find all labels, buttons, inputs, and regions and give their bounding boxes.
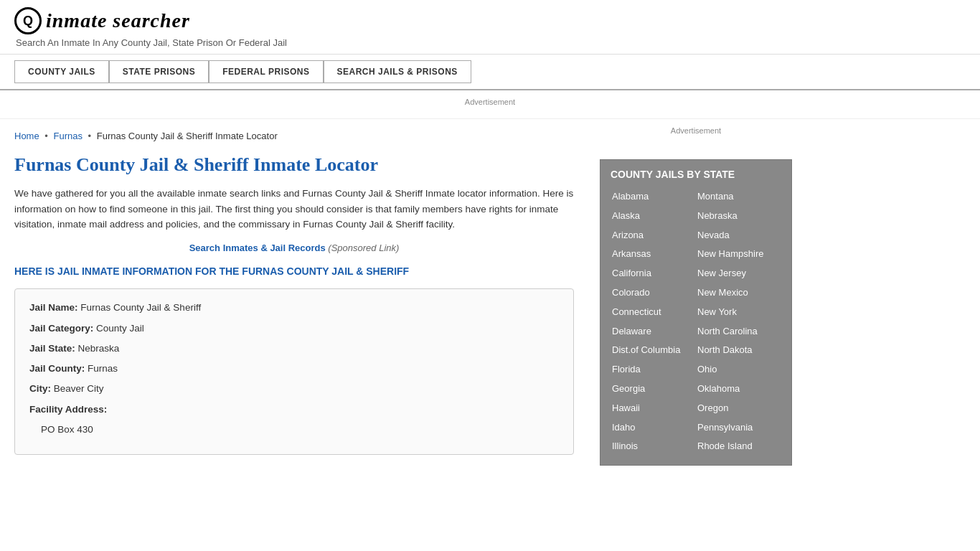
jail-category-label: Jail Category: [29, 323, 93, 334]
ad-banner-label: Advertisement [465, 98, 515, 106]
jail-name-label: Jail Name: [29, 302, 78, 313]
breadcrumb-section[interactable]: Furnas [54, 131, 83, 141]
description: We have gathered for you all the availab… [14, 186, 574, 232]
jail-address-label: Facility Address: [29, 404, 107, 415]
state-link-oklahoma[interactable]: Oklahoma [696, 380, 781, 399]
jail-county-label: Jail County: [29, 363, 85, 374]
jail-category-row: Jail Category: County Jail [29, 321, 559, 336]
state-link-illinois[interactable]: Illinois [611, 437, 696, 456]
state-link-pennsylvania[interactable]: Pennsylvania [696, 418, 781, 438]
state-link-north-carolina[interactable]: North Carolina [696, 322, 781, 342]
states-grid: AlabamaAlaskaArizonaArkansasCaliforniaCo… [611, 187, 781, 456]
sponsored-link-area: Search Inmates & Jail Records (Sponsored… [14, 242, 574, 253]
sidebar-ad: Advertisement [600, 126, 792, 148]
main-layout: Home • Furnas • Furnas County Jail & She… [0, 119, 980, 473]
logo-text: inmate searcher [46, 9, 190, 32]
jail-city-row: City: Beaver City [29, 382, 559, 396]
state-link-new-hampshire[interactable]: New Hampshire [696, 245, 781, 264]
state-link-new-jersey[interactable]: New Jersey [696, 264, 781, 283]
ad-banner: Advertisement [0, 90, 980, 119]
state-link-oregon[interactable]: Oregon [696, 399, 781, 418]
county-jails-box: COUNTY JAILS BY STATE AlabamaAlaskaArizo… [600, 159, 792, 466]
info-box: Jail Name: Furnas County Jail & Sheriff … [14, 288, 574, 455]
jail-state-row: Jail State: Nebraska [29, 342, 559, 356]
page-title: Furnas County Jail & Sheriff Inmate Loca… [14, 154, 574, 176]
breadcrumb-sep1: • [44, 131, 48, 141]
jail-county-row: Jail County: Furnas [29, 362, 559, 376]
sidebar: Advertisement COUNTY JAILS BY STATE Alab… [588, 119, 804, 473]
state-link-georgia[interactable]: Georgia [611, 380, 696, 399]
nav-state-prisons[interactable]: STATE PRISONS [109, 60, 209, 83]
state-link-colorado[interactable]: Colorado [611, 283, 696, 303]
state-link-new-york[interactable]: New York [696, 303, 781, 322]
content-area: Home • Furnas • Furnas County Jail & She… [0, 119, 588, 473]
county-jails-by-state-title: COUNTY JAILS BY STATE [611, 169, 781, 180]
state-link-new-mexico[interactable]: New Mexico [696, 283, 781, 303]
tagline: Search An Inmate In Any County Jail, Sta… [16, 37, 966, 48]
state-link-idaho[interactable]: Idaho [611, 418, 696, 438]
nav-search-jails[interactable]: SEARCH JAILS & PRISONS [324, 60, 471, 83]
breadcrumb: Home • Furnas • Furnas County Jail & She… [14, 131, 574, 141]
state-link-california[interactable]: California [611, 264, 696, 283]
states-right-col: MontanaNebraskaNevadaNew HampshireNew Je… [696, 187, 781, 456]
jail-category-val: County Jail [96, 323, 144, 334]
state-link-delaware[interactable]: Delaware [611, 322, 696, 342]
state-link-rhode-island[interactable]: Rhode Island [696, 437, 781, 456]
state-link-arkansas[interactable]: Arkansas [611, 245, 696, 264]
state-link-nebraska[interactable]: Nebraska [696, 207, 781, 226]
jail-address-val: PO Box 430 [41, 424, 93, 435]
jail-city-val: Beaver City [54, 383, 104, 394]
sub-heading: HERE IS JAIL INMATE INFORMATION FOR THE … [14, 265, 574, 279]
state-link-florida[interactable]: Florida [611, 360, 696, 380]
nav-county-jails[interactable]: COUNTY JAILS [14, 60, 109, 83]
breadcrumb-current: Furnas County Jail & Sheriff Inmate Loca… [97, 131, 278, 141]
state-link-nevada[interactable]: Nevada [696, 226, 781, 245]
logo-area: Q inmate searcher [14, 7, 966, 34]
jail-state-val: Nebraska [78, 343, 120, 354]
state-link-alaska[interactable]: Alaska [611, 207, 696, 226]
nav-bar: COUNTY JAILS STATE PRISONS FEDERAL PRISO… [0, 55, 980, 90]
breadcrumb-sep2: • [88, 131, 92, 141]
jail-name-val: Furnas County Jail & Sheriff [80, 302, 201, 313]
state-link-north-dakota[interactable]: North Dakota [696, 341, 781, 360]
states-left-col: AlabamaAlaskaArizonaArkansasCaliforniaCo… [611, 187, 696, 456]
jail-county-val: Furnas [88, 363, 118, 374]
nav-federal-prisons[interactable]: FEDERAL PRISONS [209, 60, 323, 83]
jail-name-row: Jail Name: Furnas County Jail & Sheriff [29, 301, 559, 315]
header: Q inmate searcher Search An Inmate In An… [0, 0, 980, 55]
jail-address-row: Facility Address: [29, 402, 559, 417]
logo-icon: Q [14, 7, 42, 34]
jail-city-label: City: [29, 383, 51, 394]
state-link-arizona[interactable]: Arizona [611, 226, 696, 245]
nav-list: COUNTY JAILS STATE PRISONS FEDERAL PRISO… [14, 60, 966, 83]
sidebar-ad-label: Advertisement [671, 126, 721, 135]
sponsored-note-text: (Sponsored Link) [328, 242, 399, 253]
state-link-hawaii[interactable]: Hawaii [611, 399, 696, 418]
sponsored-link[interactable]: Search Inmates & Jail Records [189, 242, 326, 253]
state-link-connecticut[interactable]: Connecticut [611, 303, 696, 322]
state-link-ohio[interactable]: Ohio [696, 360, 781, 380]
breadcrumb-home[interactable]: Home [14, 131, 39, 141]
state-link-montana[interactable]: Montana [696, 187, 781, 207]
jail-address-value-row: PO Box 430 [41, 423, 559, 437]
state-link-alabama[interactable]: Alabama [611, 187, 696, 207]
state-link-distof-columbia[interactable]: Dist.of Columbia [611, 341, 696, 360]
jail-state-label: Jail State: [29, 343, 75, 354]
